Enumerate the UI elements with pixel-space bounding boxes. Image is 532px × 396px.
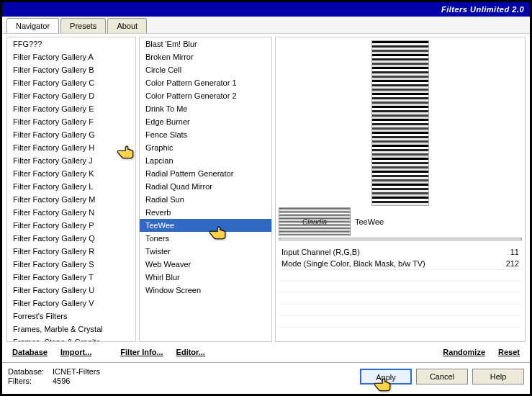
category-item[interactable]: Frames, Marble & Crystal: [7, 323, 135, 336]
param-label: Mode (Single Color, Black Mask, b/w TV): [281, 259, 425, 268]
filter-item[interactable]: Color Pattern Generator 2: [140, 89, 271, 102]
param-empty: [279, 281, 522, 292]
filter-item[interactable]: Fence Slats: [140, 128, 271, 141]
category-item[interactable]: Filter Factory Gallery N: [7, 206, 135, 219]
filter-item[interactable]: Broken Mirror: [140, 50, 271, 63]
category-item[interactable]: Filter Factory Gallery C: [7, 76, 135, 89]
filter-item[interactable]: Circle Cell: [140, 63, 271, 76]
status-database-value: ICNET-Filters: [53, 367, 100, 376]
status-database-label: Database:: [8, 367, 48, 376]
editor-button[interactable]: Editor...: [171, 345, 211, 359]
filter-item[interactable]: Blast 'Em! Blur: [140, 37, 271, 50]
category-item[interactable]: Filter Factory Gallery B: [7, 63, 135, 76]
filter-item[interactable]: Graphic: [140, 141, 271, 154]
category-item[interactable]: Filter Factory Gallery D: [7, 89, 135, 102]
param-empty: [279, 292, 522, 304]
preview-image: [371, 40, 429, 206]
reset-button[interactable]: Reset: [492, 345, 526, 359]
category-item[interactable]: Filter Factory Gallery P: [7, 219, 135, 232]
status-block: Database: ICNET-Filters Filters: 4596: [8, 367, 100, 385]
title-bar: Filters Unlimited 2.0: [2, 2, 530, 17]
toolbar-links: Database Import... Filter Info... Editor…: [2, 345, 530, 362]
preview-filter-name: TeeWee: [355, 217, 522, 226]
filter-item[interactable]: Edge Burner: [140, 115, 271, 128]
randomize-button[interactable]: Randomize: [437, 345, 491, 359]
tab-presets[interactable]: Presets: [60, 18, 106, 33]
category-item[interactable]: Forrest's Filters: [7, 310, 135, 323]
category-item[interactable]: Filter Factory Gallery R: [7, 245, 135, 258]
param-empty: [279, 269, 522, 281]
param-row[interactable]: Mode (Single Color, Black Mask, b/w TV)2…: [279, 258, 522, 269]
category-item[interactable]: Filter Factory Gallery V: [7, 297, 135, 310]
category-item[interactable]: Frames, Stone & Granite: [7, 336, 135, 342]
parameter-list: Input Channel (R,G,B)11Mode (Single Colo…: [279, 246, 522, 269]
cancel-button[interactable]: Cancel: [416, 369, 468, 384]
import-button[interactable]: Import...: [55, 345, 97, 359]
param-label: Input Channel (R,G,B): [281, 248, 360, 256]
filter-item[interactable]: Color Pattern Generator 1: [140, 76, 271, 89]
param-empty: [279, 327, 522, 338]
filter-item[interactable]: Web Weaver: [140, 258, 271, 271]
tab-navigator[interactable]: Navigator: [6, 18, 59, 33]
filter-item[interactable]: Toners: [140, 232, 271, 245]
app-title: Filters Unlimited 2.0: [441, 5, 524, 14]
filter-item[interactable]: Twister: [140, 245, 271, 258]
filter-item[interactable]: Radial Quad Mirror: [140, 180, 271, 193]
status-filters-label: Filters:: [8, 377, 48, 385]
filter-item[interactable]: Radial Pattern Generator: [140, 167, 271, 180]
category-item[interactable]: Filter Factory Gallery M: [7, 193, 135, 206]
category-item[interactable]: Filter Factory Gallery H: [7, 141, 135, 154]
filter-item[interactable]: Radial Sun: [140, 193, 271, 206]
preview-slider[interactable]: [279, 238, 522, 240]
category-item[interactable]: Filter Factory Gallery E: [7, 102, 135, 115]
filter-item[interactable]: Whirl Blur: [140, 271, 271, 284]
filter-list[interactable]: Blast 'Em! BlurBroken MirrorCircle CellC…: [139, 37, 272, 342]
category-item[interactable]: Filter Factory Gallery K: [7, 167, 135, 180]
category-item[interactable]: Filter Factory Gallery T: [7, 271, 135, 284]
param-empty: [279, 315, 522, 327]
preview-panel: Claudia TeeWee Input Channel (R,G,B)11Mo…: [275, 37, 526, 342]
category-list[interactable]: FFG???Filter Factory Gallery AFilter Fac…: [6, 37, 136, 342]
category-item[interactable]: Filter Factory Gallery G: [7, 128, 135, 141]
category-item[interactable]: Filter Factory Gallery U: [7, 284, 135, 297]
filter-item[interactable]: Drink To Me: [140, 102, 271, 115]
category-item[interactable]: Filter Factory Gallery S: [7, 258, 135, 271]
apply-button[interactable]: Apply: [360, 369, 412, 384]
status-filters-value: 4596: [53, 377, 70, 385]
param-row[interactable]: Input Channel (R,G,B)11: [279, 246, 522, 258]
category-item[interactable]: Filter Factory Gallery J: [7, 154, 135, 167]
category-item[interactable]: Filter Factory Gallery F: [7, 115, 135, 128]
param-value: 212: [506, 259, 519, 268]
help-button[interactable]: Help: [472, 369, 524, 384]
author-logo: Claudia: [279, 207, 351, 236]
param-empty: [279, 304, 522, 315]
category-item[interactable]: Filter Factory Gallery Q: [7, 232, 135, 245]
category-item[interactable]: Filter Factory Gallery A: [7, 50, 135, 63]
database-button[interactable]: Database: [6, 345, 53, 359]
param-value: 11: [510, 248, 519, 256]
tab-about[interactable]: About: [107, 18, 147, 33]
filter-item[interactable]: Reverb: [140, 206, 271, 219]
filter-item[interactable]: TeeWee: [140, 219, 271, 232]
footer: Database: ICNET-Filters Filters: 4596 Ap…: [2, 362, 530, 390]
main-panel: FFG???Filter Factory Gallery AFilter Fac…: [2, 34, 530, 345]
filter-item[interactable]: Lapcian: [140, 154, 271, 167]
filter-info-button[interactable]: Filter Info...: [114, 345, 168, 359]
tab-strip: Navigator Presets About: [2, 17, 530, 34]
category-item[interactable]: Filter Factory Gallery L: [7, 180, 135, 193]
filter-item[interactable]: Window Screen: [140, 284, 271, 297]
category-item[interactable]: FFG???: [7, 37, 135, 50]
